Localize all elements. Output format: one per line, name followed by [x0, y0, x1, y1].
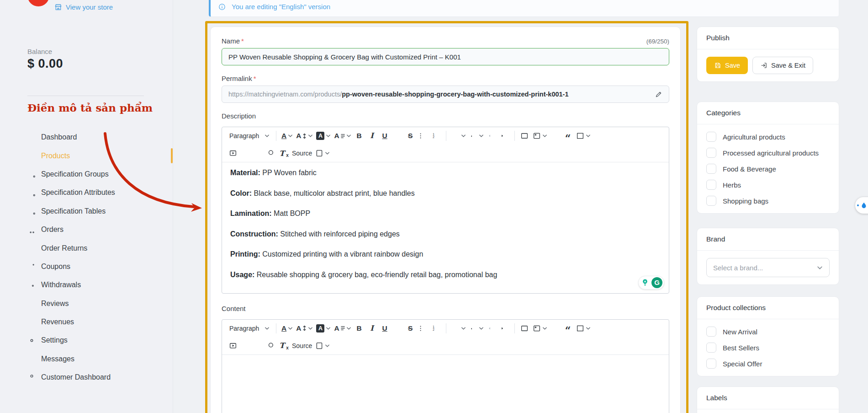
checkbox[interactable]	[706, 180, 716, 190]
content-outdent-button[interactable]: M10 6h10M10 10h10M10 14h10M4 18h16	[486, 322, 498, 335]
sidebar-item-specification-attributes[interactable]: M4 4.5h14v10H4ZM4 8.2h14M9.8 8.2v6.3M18.…	[0, 183, 173, 202]
content-strikethrough-button[interactable]: S	[404, 322, 417, 335]
save-and-exit-button[interactable]: Save & Exit	[752, 57, 813, 74]
grammarly-widget[interactable]: G	[638, 276, 664, 290]
content-html-embed-button[interactable]: M8.5 9.8 6.5 12l2 2.2M15.5 9.8l2 2.2-2 2…	[519, 322, 531, 335]
description-italic-button[interactable]: I	[366, 129, 378, 143]
content-media-embed-button[interactable]	[227, 339, 239, 353]
content-indent-button[interactable]: M10 6h10M10 10h10M10 14h10M4 18h16	[498, 322, 511, 335]
content-maximize-button[interactable]: M4 9V4h5M15 4h5v5M20 15v5h-5M9 20H4v-5M4…	[332, 339, 344, 353]
content-find-replace-button[interactable]: M14.8 14.5 20 19.7M8 10a2.5 2.5 0 0 1 5 …	[265, 339, 277, 353]
content-italic-button[interactable]: I	[366, 322, 378, 335]
content-text-direction-button[interactable]: M17.5 5v14M13.5 5v14M17.5 5h-6.2a3.8 3.8…	[468, 322, 485, 335]
content-paragraph-dropdown-button[interactable]: Paragraph	[227, 322, 272, 335]
content-font-family-button[interactable]: A	[333, 322, 352, 335]
checkbox[interactable]	[706, 359, 716, 369]
sidebar-item-settings[interactable]: M12 4.2v2M12 17.8v2M4.2 12h2M17.8 12h2M6…	[0, 331, 173, 349]
description-font-color-button[interactable]: A	[280, 129, 294, 143]
description-source-button[interactable]: Source	[291, 146, 313, 160]
description-indent-button[interactable]: M10 6h10M10 10h10M10 14h10M4 18h16	[498, 129, 511, 143]
sidebar-item-coupons[interactable]: M13.5 4.5h6v6L10 20l-6-6ZCoupons	[0, 257, 173, 276]
description-bold-button[interactable]: B	[353, 129, 365, 143]
view-store-link[interactable]: View your store	[54, 3, 113, 11]
sidebar-item-order-returns[interactable]: M18.5 14.8A7 7 0 1 1 19.2 10M19.2 5.2v4.…	[0, 239, 173, 257]
checkbox[interactable]	[706, 132, 716, 142]
description-font-family-button[interactable]: A	[333, 129, 352, 143]
sidebar-item-products[interactable]: M12 3 20.5 7.2v9.6L12 21 3.5 16.8V7.2ZM3…	[0, 146, 173, 165]
description-block-quote-button[interactable]: “	[562, 129, 574, 143]
description-paragraph-dropdown-button[interactable]: Paragraph	[227, 129, 272, 143]
sidebar-item-customer-dashboard[interactable]: M5.5 19.5c.4-3.6 3-5.3 6.5-5.3s6.1 1.7 6…	[0, 368, 173, 386]
collection-option-special-offer[interactable]: Special Offer	[706, 359, 830, 369]
description-text-direction-button[interactable]: M17.5 5v14M13.5 5v14M17.5 5h-6.2a3.8 3.8…	[468, 129, 485, 143]
description-font-size-button[interactable]: A	[295, 129, 314, 143]
description-remove-format-button[interactable]: Tx	[278, 146, 290, 160]
content-bulleted-list-button[interactable]: M9.5 6h10.5M9.5 12h10.5M9.5 18h10.5	[417, 322, 429, 335]
checkbox[interactable]	[706, 164, 716, 174]
description-editor-body[interactable]: Material: PP Woven fabricColor: Black ba…	[222, 162, 669, 293]
content-file-manager-button[interactable]: M3.5 7a1.5 1.5 0 0 1 1.5-1.5h4l2 2h8A1.5…	[549, 322, 561, 335]
brand-select[interactable]: Select a brand...	[706, 258, 830, 277]
content-block-quote-button[interactable]: “	[562, 322, 574, 335]
content-numbered-list-button[interactable]: M10.5 7.5h9.5M10.5 15.5h9.512	[430, 322, 442, 335]
description-bulleted-list-button[interactable]: M9.5 6h10.5M9.5 12h10.5M9.5 18h10.5	[417, 129, 429, 143]
description-show-blocks-button[interactable]: M7.5 7h6M7.5 10.5h9M7.5 14h4M13.5 16.5 1…	[314, 146, 331, 160]
description-outdent-button[interactable]: M10 6h10M10 10h10M10 14h10M4 18h16	[486, 129, 498, 143]
description-alignment-button[interactable]: M4 5.5h16M4 10h10M4 14.5h16M4 19h10	[450, 129, 467, 143]
category-option-food-beverage[interactable]: Food & Beverage	[706, 164, 830, 174]
content-highlight-button[interactable]: A	[315, 322, 332, 335]
content-redo-button[interactable]: M16.5 5 20 8.5 16.5 12M20 8.5h-9.5a5.5 5…	[252, 339, 265, 353]
description-maximize-button[interactable]: M4 9V4h5M15 4h5v5M20 15v5h-5M9 20H4v-5M4…	[332, 146, 344, 160]
collection-option-best-sellers[interactable]: Best Sellers	[706, 343, 830, 353]
description-html-embed-button[interactable]: M8.5 9.8 6.5 12l2 2.2M15.5 9.8l2 2.2-2 2…	[519, 129, 531, 143]
content-font-color-button[interactable]: A	[280, 322, 294, 335]
content-bold-button[interactable]: B	[353, 322, 365, 335]
category-option-shopping-bags[interactable]: Shopping bags	[706, 196, 830, 206]
category-option-processed-agricultural-products[interactable]: Processed agricultural products	[706, 148, 830, 158]
sidebar-item-reviews[interactable]: M12 3.5l2.6 5.4 5.9.8-4.3 4.1 1 5.8L12 1…	[0, 295, 173, 313]
content-source-button[interactable]: Source	[291, 339, 313, 353]
sidebar-item-revenues[interactable]: M4 6.5h14.5A1.5 1.5 0 0 1 20 8v8a1.5 1.5…	[0, 313, 173, 331]
content-remove-format-button[interactable]: Tx	[278, 339, 290, 353]
sidebar-item-specification-tables[interactable]: M4 4.5h14v10H4ZM4 8.2h14M9.8 8.2v6.3M18.…	[0, 202, 173, 220]
floating-chat-widget[interactable]	[855, 197, 868, 214]
checkbox[interactable]	[706, 327, 716, 337]
sidebar-item-dashboard[interactable]: M4 10.5 12 3.5l8 7M6 9.5V20h12V9.5Dashbo…	[0, 128, 173, 146]
permalink-field[interactable]: https://matchingvietnam.com/products/pp-…	[222, 86, 669, 103]
content-link-button[interactable]: M10.2 13.8a3.5 3.5 0 0 0 5 0l3-3a3.5 3.5…	[392, 322, 404, 335]
description-strikethrough-button[interactable]: S	[404, 129, 417, 143]
description-find-replace-button[interactable]: M14.8 14.5 20 19.7M8 10a2.5 2.5 0 0 1 5 …	[265, 146, 277, 160]
collection-option-new-arrival[interactable]: New Arrival	[706, 327, 830, 337]
sidebar-item-withdrawals[interactable]: M4 7.5A1.5 1.5 0 0 1 5.5 6h13A1.5 1.5 0 …	[0, 276, 173, 294]
checkbox[interactable]	[706, 343, 716, 353]
sidebar-item-messages[interactable]: M8.5 5h11v8.5H13L10.5 16v-2.5h-2ZM6 8.5H…	[0, 350, 173, 368]
description-redo-button[interactable]: M16.5 5 20 8.5 16.5 12M20 8.5h-9.5a5.5 5…	[252, 146, 265, 160]
content-undo-button[interactable]: M7.5 5 4 8.5 7.5 12M4 8.5h9.5a5.5 5.5 0 …	[239, 339, 252, 353]
description-underline-button[interactable]: U	[379, 129, 391, 143]
description-file-manager-button[interactable]: M3.5 7a1.5 1.5 0 0 1 1.5-1.5h4l2 2h8A1.5…	[549, 129, 561, 143]
description-numbered-list-button[interactable]: M10.5 7.5h9.5M10.5 15.5h9.512	[430, 129, 442, 143]
content-alignment-button[interactable]: M4 5.5h16M4 10h10M4 14.5h16M4 19h10	[450, 322, 467, 335]
description-insert-table-button[interactable]: M3.5 9.5h17M9.2 9.5v10M14.8 9.5v10	[575, 129, 592, 143]
description-highlight-button[interactable]: A	[315, 129, 332, 143]
product-name-input[interactable]	[222, 48, 669, 65]
content-insert-table-button[interactable]: M3.5 9.5h17M9.2 9.5v10M14.8 9.5v10	[575, 322, 592, 335]
content-font-size-button[interactable]: A	[295, 322, 314, 335]
grammarly-g-icon[interactable]: G	[651, 277, 662, 288]
content-insert-image-button[interactable]: M3.5 16.5 9 11l4 4 3-3 4.5 4.5	[531, 322, 549, 335]
description-undo-button[interactable]: M7.5 5 4 8.5 7.5 12M4 8.5h9.5a5.5 5.5 0 …	[239, 146, 252, 160]
content-editor-body[interactable]	[222, 355, 669, 413]
edit-permalink-icon[interactable]	[655, 91, 662, 98]
category-option-agricultural-products[interactable]: Agricultural products	[706, 132, 830, 142]
description-media-embed-button[interactable]	[227, 146, 239, 160]
save-button[interactable]: Save	[706, 57, 748, 74]
sidebar-item-specification-groups[interactable]: M4 4.5h14v10H4ZM4 8.2h14M9.8 8.2v6.3M18.…	[0, 165, 173, 183]
grammarly-suggestion-icon[interactable]	[640, 278, 650, 288]
store-avatar[interactable]	[27, 0, 49, 6]
description-link-button[interactable]: M10.2 13.8a3.5 3.5 0 0 0 5 0l3-3a3.5 3.5…	[392, 129, 404, 143]
content-underline-button[interactable]: U	[379, 322, 391, 335]
content-show-blocks-button[interactable]: M7.5 7h6M7.5 10.5h9M7.5 14h4M13.5 16.5 1…	[314, 339, 331, 353]
checkbox[interactable]	[706, 148, 716, 158]
checkbox[interactable]	[706, 196, 716, 206]
sidebar-item-orders[interactable]: M3.5 5H6l2.2 9.5h9.3L20 8H7Orders	[0, 220, 173, 239]
